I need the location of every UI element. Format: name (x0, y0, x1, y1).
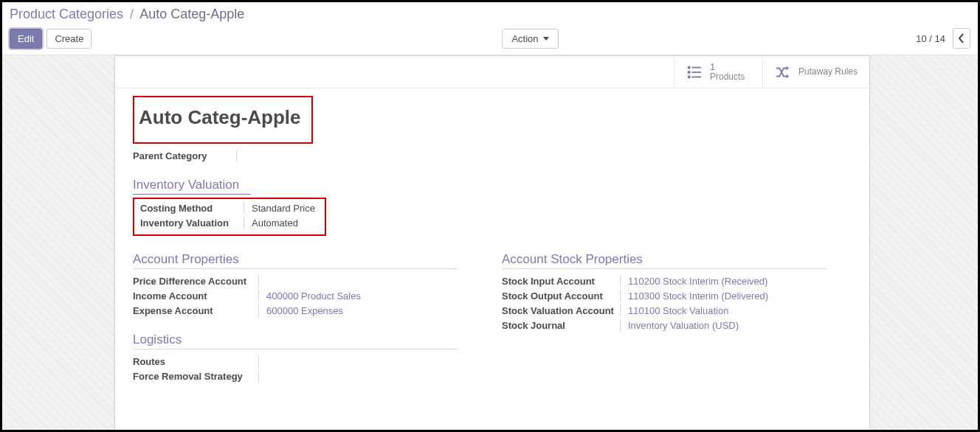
stock-output-account-value[interactable]: 110300 Stock Interim (Delivered) (628, 290, 768, 302)
stock-valuation-account-label: Stock Valuation Account (502, 305, 620, 316)
field-separator (258, 370, 259, 382)
routes-label: Routes (133, 356, 258, 367)
button-box: 1 Products Putaway Rules (115, 56, 869, 88)
create-button[interactable]: Create (46, 29, 92, 49)
stock-journal-label: Stock Journal (502, 320, 620, 331)
action-dropdown[interactable]: Action (502, 29, 558, 49)
field-separator (620, 319, 621, 331)
svg-rect-1 (691, 66, 701, 68)
expense-account-value[interactable]: 600000 Expenses (266, 305, 343, 316)
pager-position: 10 / 14 (916, 33, 945, 44)
chevron-left-icon (958, 33, 965, 43)
products-count: 1 (710, 62, 745, 72)
svg-rect-4 (688, 75, 691, 78)
field-separator (620, 304, 621, 316)
svg-rect-3 (691, 72, 701, 73)
account-properties-section-title: Account Properties (133, 252, 458, 269)
products-stat-button[interactable]: 1 Products (674, 56, 762, 88)
breadcrumb-parent-link[interactable]: Product Categories (10, 7, 123, 21)
stock-input-account-label: Stock Input Account (502, 276, 620, 287)
income-account-label: Income Account (133, 290, 258, 302)
caret-down-icon (543, 37, 549, 41)
field-separator (258, 290, 259, 302)
force-removal-strategy-label: Force Removal Strategy (133, 371, 258, 382)
page-title: Auto Categ-Apple (139, 106, 301, 129)
field-separator (258, 304, 259, 316)
field-separator (620, 290, 621, 302)
pager: 10 / 14 (916, 28, 970, 49)
action-label: Action (511, 33, 538, 44)
field-separator (236, 150, 237, 161)
putaway-rules-button[interactable]: Putaway Rules (762, 56, 869, 88)
list-icon (686, 64, 703, 80)
inventory-valuation-value: Automated (252, 217, 298, 229)
control-bar: Edit Create Action 10 / 14 (2, 24, 978, 55)
field-separator (258, 275, 259, 287)
title-highlight-box: Auto Categ-Apple (133, 96, 313, 144)
stock-journal-value[interactable]: Inventory Valuation (USD) (628, 320, 739, 331)
logistics-section-title: Logistics (133, 332, 458, 349)
costing-method-value: Standard Price (252, 203, 315, 214)
parent-category-label: Parent Category (133, 150, 236, 161)
field-separator (620, 275, 621, 287)
costing-method-label: Costing Method (140, 203, 244, 214)
income-account-value[interactable]: 400000 Product Sales (266, 290, 361, 302)
svg-rect-2 (688, 71, 691, 74)
shuffle-icon (775, 64, 791, 80)
stock-input-account-value[interactable]: 110200 Stock Interim (Received) (628, 276, 767, 287)
price-diff-account-label: Price Difference Account (133, 276, 258, 287)
putaway-rules-label: Putaway Rules (798, 67, 858, 77)
stock-output-account-label: Stock Output Account (502, 290, 620, 302)
svg-rect-5 (691, 76, 701, 77)
svg-rect-0 (688, 66, 691, 69)
breadcrumb: Product Categories / Auto Categ-Apple (2, 2, 978, 24)
edit-button[interactable]: Edit (10, 29, 42, 49)
products-label: Products (710, 72, 745, 82)
field-separator (244, 217, 244, 229)
breadcrumb-current: Auto Categ-Apple (139, 7, 244, 21)
field-separator (258, 355, 259, 367)
field-separator (244, 202, 244, 214)
breadcrumb-separator: / (130, 7, 134, 21)
pager-prev-button[interactable] (953, 28, 970, 49)
account-stock-properties-section-title: Account Stock Properties (502, 252, 827, 269)
inventory-valuation-highlight-box: Costing Method Standard Price Inventory … (133, 198, 326, 236)
inventory-valuation-label: Inventory Valuation (140, 217, 244, 229)
expense-account-label: Expense Account (133, 305, 258, 316)
form-sheet: 1 Products Putaway Rules Auto Categ-Appl… (114, 55, 870, 432)
inventory-valuation-section-title: Inventory Valuation (133, 178, 251, 195)
stock-valuation-account-value[interactable]: 110100 Stock Valuation (628, 305, 728, 316)
main-area: 1 Products Putaway Rules Auto Categ-Appl… (2, 55, 980, 432)
